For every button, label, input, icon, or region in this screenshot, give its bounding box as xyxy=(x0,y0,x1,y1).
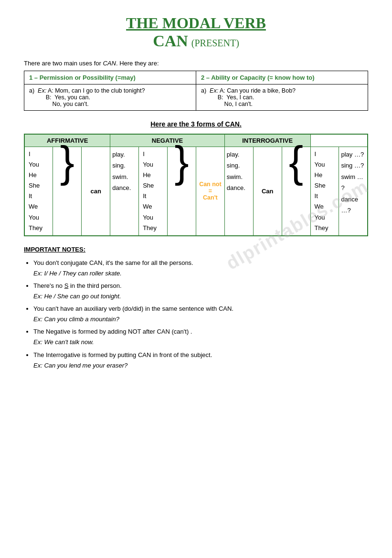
uses-header-col2: 2 – Ability or Capacity (= know how to) xyxy=(196,71,368,84)
notes-list: You don't conjugate CAN, it's the same f… xyxy=(24,258,368,371)
int-verbs: play …?sing …?swim … ?dance …? xyxy=(339,147,368,236)
forms-main-row: IYouHeSheItWeYouThey } can play.sing.swi… xyxy=(24,147,368,236)
page-container: THE MODAL VERB CAN (PRESENT) There are t… xyxy=(24,14,368,371)
title-line2: CAN (PRESENT) xyxy=(24,32,368,50)
uses-example-col2: a) Ex: A: Can you ride a bike, Bob? B: Y… xyxy=(196,84,368,111)
neg-brace: } xyxy=(168,147,196,236)
note-5: The Interrogative is formed by putting C… xyxy=(33,350,368,371)
aff-brace: } xyxy=(53,147,82,236)
important-notes: IMPORTANT NOTES: You don't conjugate CAN… xyxy=(24,246,368,371)
uses-header-col1: 1 – Permission or Possibility (=may) xyxy=(24,71,196,84)
int-modal: Can xyxy=(253,147,282,236)
intro-text: There are two main uses for CAN. Here th… xyxy=(24,60,368,67)
neg-verbs: play.sing.swim.dance. xyxy=(224,147,253,236)
title-can: CAN xyxy=(153,32,188,50)
uses-table: 1 – Permission or Possibility (=may) 2 –… xyxy=(24,71,368,111)
forms-table: AFFIRMATIVE NEGATIVE INTERROGATIVE IYouH… xyxy=(24,134,368,236)
title-line1: THE MODAL VERB xyxy=(24,14,368,32)
int-pronouns: IYouHeSheItWeYouThey xyxy=(310,147,339,236)
forms-title: Here are the 3 forms of CAN. xyxy=(24,120,368,128)
int-brace: { xyxy=(282,147,310,236)
aff-verbs: play.sing.swim.dance. xyxy=(110,147,139,236)
title-present: (PRESENT) xyxy=(191,38,239,48)
aff-modal: can xyxy=(82,147,110,236)
note-4: The Negative is formed by adding NOT aft… xyxy=(33,326,368,347)
uses-example-col1: a) Ex: A: Mom, can I go to the club toni… xyxy=(24,84,196,111)
aff-pronouns: IYouHeSheItWeYouThey xyxy=(24,147,53,236)
note-3: You can't have an auxiliary verb (do/did… xyxy=(33,304,368,325)
notes-title: IMPORTANT NOTES: xyxy=(24,246,368,253)
note-2: There's no S in the third person. Ex: He… xyxy=(33,281,368,302)
cannot-cell: Can not=Can't xyxy=(196,147,224,236)
negative-header: NEGATIVE xyxy=(110,134,225,147)
neg-pronouns: IYouHeSheItWeYouThey xyxy=(139,147,168,236)
page-title: THE MODAL VERB CAN (PRESENT) xyxy=(24,14,368,50)
note-1: You don't conjugate CAN, it's the same f… xyxy=(33,258,368,279)
